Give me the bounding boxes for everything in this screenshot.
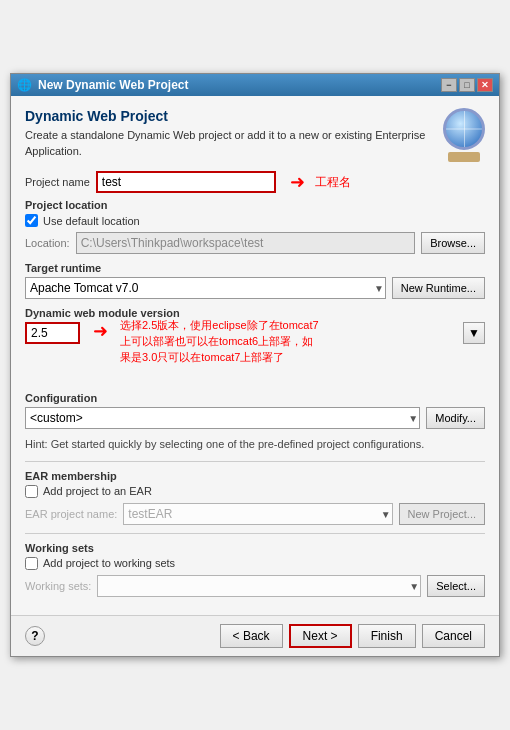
divider-2: [25, 533, 485, 534]
working-sets-combo-wrapper: ▼: [97, 575, 421, 597]
title-bar: 🌐 New Dynamic Web Project − □ ✕: [11, 74, 499, 96]
new-project-button[interactable]: New Project...: [399, 503, 485, 525]
location-row: Location: Browse...: [25, 232, 485, 254]
back-button[interactable]: < Back: [220, 624, 283, 648]
dialog-body: Dynamic Web Project Create a standalone …: [11, 96, 499, 614]
ear-add-project-label: Add project to an EAR: [43, 485, 152, 497]
configuration-combo-wrapper: <custom> ▼: [25, 407, 420, 429]
add-to-working-sets-row: Add project to working sets: [25, 557, 485, 570]
version-row: ➜ 选择2.5版本，使用eclipse除了在tomcat7 上可以部署也可以在t…: [25, 322, 485, 344]
close-button[interactable]: ✕: [477, 78, 493, 92]
configuration-select[interactable]: <custom>: [25, 407, 420, 429]
section-description: Create a standalone Dynamic Web project …: [25, 128, 433, 159]
project-location-label: Project location: [25, 199, 485, 211]
project-name-label: Project name: [25, 176, 90, 188]
header-form-area: Dynamic Web Project Create a standalone …: [25, 108, 433, 171]
configuration-section: Configuration <custom> ▼ Modify... Hint:…: [25, 392, 485, 452]
ear-add-project-checkbox[interactable]: [25, 485, 38, 498]
globe-icon: [443, 108, 485, 150]
project-name-annotation: 工程名: [315, 174, 351, 191]
target-runtime-section: Target runtime Apache Tomcat v7.0 ▼ New …: [25, 262, 485, 299]
ear-project-select[interactable]: testEAR: [123, 503, 392, 525]
target-runtime-select[interactable]: Apache Tomcat v7.0: [25, 277, 386, 299]
cancel-button[interactable]: Cancel: [422, 624, 485, 648]
configuration-row: <custom> ▼ Modify...: [25, 407, 485, 429]
configuration-hint: Hint: Get started quickly by selecting o…: [25, 437, 485, 452]
target-runtime-combo-wrapper: Apache Tomcat v7.0 ▼: [25, 277, 386, 299]
ear-project-combo-wrapper: testEAR ▼: [123, 503, 392, 525]
version-annotation: 选择2.5版本，使用eclipse除了在tomcat7 上可以部署也可以在tom…: [120, 318, 319, 366]
title-bar-text: New Dynamic Web Project: [38, 78, 189, 92]
use-default-location-checkbox-label: Use default location: [43, 215, 140, 227]
ear-project-name-row: EAR project name: testEAR ▼ New Project.…: [25, 503, 485, 525]
divider-1: [25, 461, 485, 462]
version-combo-wrapper: ▼: [463, 322, 485, 344]
select-working-sets-button[interactable]: Select...: [427, 575, 485, 597]
working-sets-label: Working sets: [25, 542, 485, 554]
bottom-bar: ? < Back Next > Finish Cancel: [11, 615, 499, 656]
header-section: Dynamic Web Project Create a standalone …: [25, 108, 485, 171]
modify-button[interactable]: Modify...: [426, 407, 485, 429]
add-to-working-sets-label: Add project to working sets: [43, 557, 175, 569]
new-runtime-button[interactable]: New Runtime...: [392, 277, 485, 299]
maximize-button[interactable]: □: [459, 78, 475, 92]
title-bar-buttons: − □ ✕: [441, 78, 493, 92]
location-label: Location:: [25, 237, 70, 249]
browse-button[interactable]: Browse...: [421, 232, 485, 254]
dialog-window: 🌐 New Dynamic Web Project − □ ✕ Dynamic …: [10, 73, 500, 656]
ear-membership-label: EAR membership: [25, 470, 485, 482]
finish-button[interactable]: Finish: [358, 624, 416, 648]
working-sets-section: Working sets Add project to working sets…: [25, 542, 485, 597]
minimize-button[interactable]: −: [441, 78, 457, 92]
help-button[interactable]: ?: [25, 626, 45, 646]
working-sets-input-label: Working sets:: [25, 580, 91, 592]
version-arrow-icon: ➜: [93, 320, 108, 342]
working-sets-row: Working sets: ▼ Select...: [25, 575, 485, 597]
add-to-working-sets-checkbox[interactable]: [25, 557, 38, 570]
globe-icon-container: [443, 108, 485, 162]
project-location-section: Project location Use default location Lo…: [25, 199, 485, 254]
ear-membership-section: EAR membership Add project to an EAR EAR…: [25, 470, 485, 525]
target-runtime-row: Apache Tomcat v7.0 ▼ New Runtime...: [25, 277, 485, 299]
arrow-right-icon: ➜: [290, 171, 305, 193]
section-title: Dynamic Web Project: [25, 108, 433, 124]
title-bar-icon: 🌐: [17, 78, 32, 92]
location-input[interactable]: [76, 232, 415, 254]
configuration-label: Configuration: [25, 392, 485, 404]
project-name-input[interactable]: [96, 171, 276, 193]
use-default-location-row: Use default location: [25, 214, 485, 227]
use-default-location-checkbox[interactable]: [25, 214, 38, 227]
working-sets-select[interactable]: [97, 575, 421, 597]
ear-project-name-label: EAR project name:: [25, 508, 117, 520]
ear-add-project-row: Add project to an EAR: [25, 485, 485, 498]
web-module-version-section: Dynamic web module version ➜ 选择2.5版本，使用e…: [25, 307, 485, 344]
version-dropdown-arrow[interactable]: ▼: [463, 322, 485, 344]
project-name-section: Project name ➜ 工程名: [25, 171, 485, 193]
target-runtime-label: Target runtime: [25, 262, 485, 274]
version-input[interactable]: [25, 322, 80, 344]
next-button[interactable]: Next >: [289, 624, 352, 648]
jar-base: [448, 152, 480, 162]
